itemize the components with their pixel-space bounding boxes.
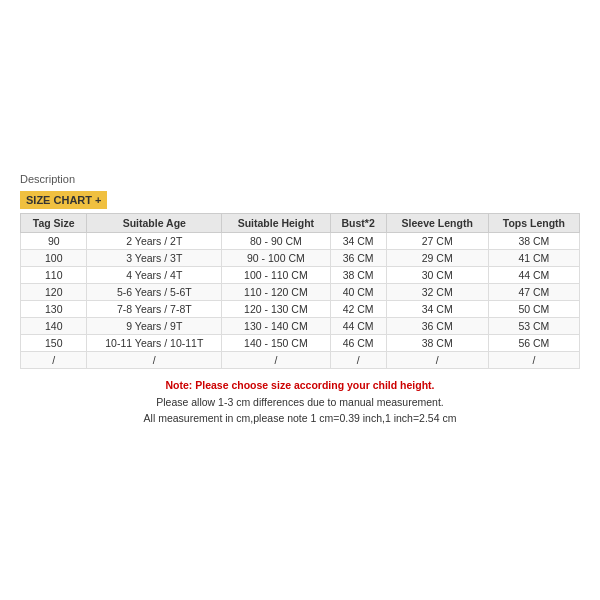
table-cell: 5-6 Years / 5-6T — [87, 283, 222, 300]
table-cell: 100 — [21, 249, 87, 266]
table-row: 1003 Years / 3T90 - 100 CM36 CM29 CM41 C… — [21, 249, 580, 266]
table-cell: 80 - 90 CM — [222, 232, 330, 249]
table-cell: 50 CM — [488, 300, 579, 317]
note-section: Note: Please choose size according your … — [20, 377, 580, 427]
note-line3: All measurement in cm,please note 1 cm=0… — [20, 410, 580, 427]
table-cell: 44 CM — [488, 266, 579, 283]
table-row: 1205-6 Years / 5-6T110 - 120 CM40 CM32 C… — [21, 283, 580, 300]
content-area: Description SIZE CHART + Tag Size Suitab… — [20, 163, 580, 437]
table-cell: 140 - 150 CM — [222, 334, 330, 351]
table-row: 1104 Years / 4T100 - 110 CM38 CM30 CM44 … — [21, 266, 580, 283]
table-cell: 32 CM — [386, 283, 488, 300]
page-wrapper: Description SIZE CHART + Tag Size Suitab… — [0, 0, 600, 600]
table-cell: / — [21, 351, 87, 368]
table-cell: 36 CM — [386, 317, 488, 334]
table-cell: 41 CM — [488, 249, 579, 266]
table-cell: 90 - 100 CM — [222, 249, 330, 266]
size-chart-table: Tag Size Suitable Age Suitable Height Bu… — [20, 213, 580, 369]
table-cell: 110 - 120 CM — [222, 283, 330, 300]
table-row: 1409 Years / 9T130 - 140 CM44 CM36 CM53 … — [21, 317, 580, 334]
col-bust: Bust*2 — [330, 213, 386, 232]
table-row: 15010-11 Years / 10-11T140 - 150 CM46 CM… — [21, 334, 580, 351]
table-cell: 53 CM — [488, 317, 579, 334]
table-cell: / — [87, 351, 222, 368]
table-cell: / — [222, 351, 330, 368]
col-sleeve-length: Sleeve Length — [386, 213, 488, 232]
table-cell: 30 CM — [386, 266, 488, 283]
size-chart-header[interactable]: SIZE CHART + — [20, 191, 107, 209]
table-cell: / — [330, 351, 386, 368]
table-header-row: Tag Size Suitable Age Suitable Height Bu… — [21, 213, 580, 232]
table-cell: 38 CM — [330, 266, 386, 283]
table-cell: 4 Years / 4T — [87, 266, 222, 283]
table-cell: 40 CM — [330, 283, 386, 300]
table-cell: / — [386, 351, 488, 368]
table-cell: 130 - 140 CM — [222, 317, 330, 334]
table-cell: 120 — [21, 283, 87, 300]
table-cell: 47 CM — [488, 283, 579, 300]
col-suitable-height: Suitable Height — [222, 213, 330, 232]
note-line2: Please allow 1-3 cm differences due to m… — [20, 394, 580, 411]
table-cell: 3 Years / 3T — [87, 249, 222, 266]
table-cell: 10-11 Years / 10-11T — [87, 334, 222, 351]
table-cell: 100 - 110 CM — [222, 266, 330, 283]
col-tag-size: Tag Size — [21, 213, 87, 232]
table-cell: 110 — [21, 266, 87, 283]
table-cell: 150 — [21, 334, 87, 351]
table-cell: 44 CM — [330, 317, 386, 334]
table-cell: 2 Years / 2T — [87, 232, 222, 249]
table-cell: 34 CM — [330, 232, 386, 249]
table-cell: 120 - 130 CM — [222, 300, 330, 317]
table-row: 902 Years / 2T80 - 90 CM34 CM27 CM38 CM — [21, 232, 580, 249]
table-cell: 27 CM — [386, 232, 488, 249]
table-cell: 38 CM — [488, 232, 579, 249]
table-cell: 42 CM — [330, 300, 386, 317]
table-cell: 130 — [21, 300, 87, 317]
table-cell: 46 CM — [330, 334, 386, 351]
table-cell: 34 CM — [386, 300, 488, 317]
table-row: 1307-8 Years / 7-8T120 - 130 CM42 CM34 C… — [21, 300, 580, 317]
table-cell: 90 — [21, 232, 87, 249]
table-row: ////// — [21, 351, 580, 368]
table-cell: 56 CM — [488, 334, 579, 351]
description-label: Description — [20, 173, 580, 185]
col-suitable-age: Suitable Age — [87, 213, 222, 232]
table-cell: 38 CM — [386, 334, 488, 351]
table-cell: / — [488, 351, 579, 368]
table-cell: 140 — [21, 317, 87, 334]
note-main: Note: Please choose size according your … — [20, 377, 580, 394]
table-cell: 36 CM — [330, 249, 386, 266]
table-cell: 29 CM — [386, 249, 488, 266]
table-cell: 7-8 Years / 7-8T — [87, 300, 222, 317]
col-tops-length: Tops Length — [488, 213, 579, 232]
table-cell: 9 Years / 9T — [87, 317, 222, 334]
